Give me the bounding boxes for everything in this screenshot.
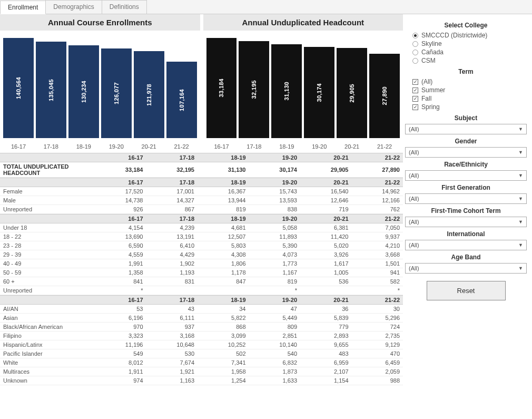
cell: 11,420 <box>300 232 352 241</box>
bar[interactable]: 31,130 <box>271 44 302 138</box>
cell: 1,254 <box>198 376 249 385</box>
filter-title-international: International <box>405 230 527 238</box>
cell: 3,099 <box>198 332 249 340</box>
checkbox-term-0[interactable]: ✓(All) <box>405 77 527 86</box>
cell: 14,738 <box>95 196 146 205</box>
reset-button[interactable]: Reset <box>427 281 506 300</box>
cell: 1,163 <box>146 376 198 385</box>
dropdown-race-ethnicity[interactable]: (All)▼ <box>405 170 527 181</box>
main: Annual Course Enrollments140,564135,0451… <box>0 14 532 385</box>
tab-demographics[interactable]: Demographics <box>45 0 102 14</box>
bar[interactable]: 130,234 <box>68 45 99 138</box>
bar[interactable]: 126,077 <box>101 48 132 138</box>
radio-icon <box>412 41 418 47</box>
tab-enrollment[interactable]: Enrollment <box>0 1 46 14</box>
cell: 6,410 <box>146 241 198 250</box>
cell: 6,459 <box>352 358 403 367</box>
data-table-3: 16-1717-1818-1919-2020-2121-22AI/AN53433… <box>0 295 403 385</box>
cell: 1,958 <box>198 367 249 376</box>
column-header <box>0 215 95 223</box>
bar[interactable]: 107,164 <box>166 62 197 138</box>
bar[interactable]: 27,890 <box>369 54 400 138</box>
dropdown-gender[interactable]: (All)▼ <box>405 147 527 158</box>
checkbox-icon: ✓ <box>412 96 418 102</box>
cell: 13,944 <box>198 196 249 205</box>
row-label: Under 18 <box>0 223 95 232</box>
cell: 2,059 <box>352 367 403 376</box>
row-label: Unreported <box>0 205 95 214</box>
bar[interactable]: 135,045 <box>36 42 66 138</box>
checkbox-term-2[interactable]: ✓Fall <box>405 94 527 103</box>
radio-college-0[interactable]: SMCCCD (Districtwide) <box>405 31 527 40</box>
cell: 2,893 <box>300 332 352 340</box>
table-header: 16-1717-1818-1919-2020-2121-22 <box>0 178 403 187</box>
cell: 530 <box>146 349 198 358</box>
cell: 847 <box>198 277 249 286</box>
checkbox-label: Summer <box>421 86 445 94</box>
row-label: Black/African American <box>0 323 95 332</box>
radio-college-1[interactable]: Skyline <box>405 40 527 48</box>
cell: 47 <box>249 305 301 314</box>
checkbox-label: Spring <box>421 103 440 111</box>
radio-icon <box>412 33 418 38</box>
cell: 4,308 <box>198 250 249 259</box>
cell: 27,890 <box>352 162 403 178</box>
dropdown-first-generation[interactable]: (All)▼ <box>405 193 527 204</box>
cell: 6,381 <box>300 223 352 232</box>
bar-value-label: 140,564 <box>15 77 22 99</box>
dropdown-first-time-cohort-term[interactable]: (All)▼ <box>405 217 527 227</box>
bar-value-label: 135,045 <box>48 79 54 101</box>
column-header: 18-19 <box>198 296 249 305</box>
bar-group: 130,234 <box>68 45 99 138</box>
table-row: Unreported926867819838719762 <box>0 205 403 214</box>
table-row: White8,0127,6747,3416,8326,9596,459 <box>0 358 403 367</box>
axis-label: 17-18 <box>238 143 270 150</box>
cell: 3,323 <box>95 332 146 340</box>
axis-label: 16-17 <box>205 143 238 150</box>
cell: 11,893 <box>249 232 301 241</box>
column-header: 21-22 <box>352 178 403 187</box>
cell: 540 <box>249 349 301 358</box>
radio-college-2[interactable]: Cañada <box>405 48 527 56</box>
axis-label: 20-21 <box>133 143 165 150</box>
cell: 7,050 <box>352 223 403 232</box>
dropdown-age-band[interactable]: (All)▼ <box>405 263 527 274</box>
cell: 13,191 <box>146 232 198 241</box>
dropdown-value: (All) <box>409 265 419 271</box>
bar[interactable]: 140,564 <box>3 38 34 138</box>
bar[interactable]: 30,174 <box>304 47 334 138</box>
row-label: Pacific Islander <box>0 349 95 358</box>
bar-value-label: 32,195 <box>251 80 257 99</box>
charts-row: Annual Course Enrollments140,564135,0451… <box>0 14 403 150</box>
bar-group: 107,164 <box>166 62 197 138</box>
cell: 1,178 <box>198 268 249 277</box>
cell: 582 <box>352 277 403 286</box>
checkbox-term-1[interactable]: ✓Summer <box>405 86 527 94</box>
bar-group: 32,195 <box>239 41 269 138</box>
radio-icon <box>412 58 418 64</box>
bar[interactable]: 29,905 <box>337 48 367 138</box>
data-table-0: 16-1717-1818-1919-2020-2121-22TOTAL UNDU… <box>0 153 403 178</box>
bar[interactable]: 33,184 <box>206 38 237 138</box>
cell: 6,111 <box>146 314 198 323</box>
cell: 5,390 <box>249 241 301 250</box>
bar-value-label: 30,174 <box>316 83 322 102</box>
bar[interactable]: 121,978 <box>134 51 164 138</box>
dropdown-value: (All) <box>409 242 419 248</box>
dropdown-international[interactable]: (All)▼ <box>405 240 527 250</box>
cell: 4,154 <box>95 223 146 232</box>
radio-college-3[interactable]: CSM <box>405 56 527 65</box>
tab-definitions[interactable]: Definitions <box>102 0 147 14</box>
dropdown-subject[interactable]: (All)▼ <box>405 124 527 134</box>
checkbox-term-3[interactable]: ✓Spring <box>405 103 527 111</box>
cell: 970 <box>95 323 146 332</box>
cell: 809 <box>249 323 301 332</box>
chevron-down-icon: ▼ <box>518 196 523 201</box>
cell: 1,873 <box>249 367 301 376</box>
cell: 941 <box>352 268 403 277</box>
bar[interactable]: 32,195 <box>239 41 269 138</box>
cell: 1,358 <box>95 268 146 277</box>
bar-group: 33,184 <box>206 38 237 138</box>
column-header: 19-20 <box>249 215 301 223</box>
cell: 1,617 <box>300 259 352 268</box>
